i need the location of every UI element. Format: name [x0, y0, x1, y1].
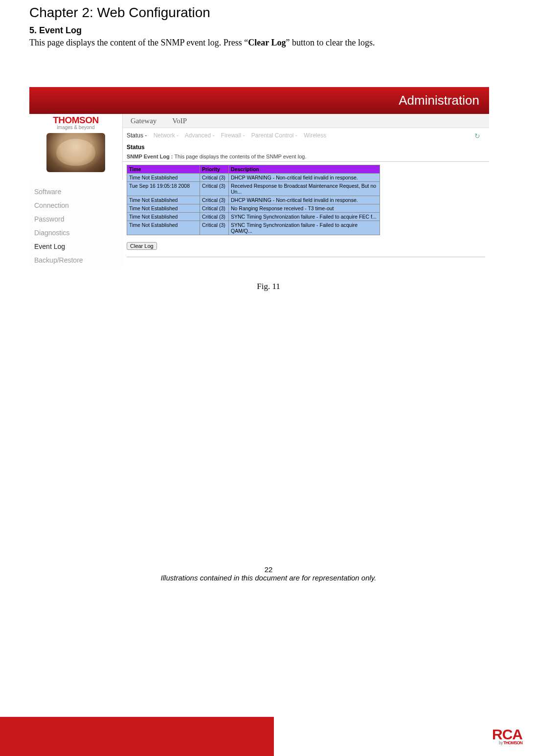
subtab-parental[interactable]: Parental Control - [251, 132, 297, 139]
header-title: Administration [122, 87, 489, 114]
table-row: Time Not EstablishedCritical (3) No Rang… [127, 204, 380, 213]
section-title: 5. Event Log [29, 25, 508, 36]
th-time: Time [127, 165, 200, 174]
tab-voip[interactable]: VoIP [172, 117, 187, 125]
table-header-row: Time Priority Description [127, 165, 380, 174]
brand-logo: THOMSON [53, 115, 99, 126]
rca-by: by [499, 740, 503, 745]
sidebar: Software Connection Password Diagnostics… [29, 180, 122, 267]
figure-caption: Fig. 11 [29, 282, 508, 291]
sidebar-item-password[interactable]: Password [29, 212, 122, 226]
body-paragraph: This page displays the content of the SN… [29, 38, 508, 48]
rca-maker: THOMSON [503, 740, 522, 745]
th-priority: Priority [200, 165, 229, 174]
brand-face-image [46, 133, 105, 172]
table-row: Time Not EstablishedCritical (3) DHCP WA… [127, 196, 380, 204]
status-description: SNMP Event Log : This page displays the … [123, 152, 489, 162]
chapter-title: Chapter 2: Web Configuration [29, 5, 508, 21]
clear-log-button[interactable]: Clear Log [127, 242, 157, 250]
table-row: Time Not EstablishedCritical (3) DHCP WA… [127, 174, 380, 182]
tab-gateway[interactable]: Gateway [131, 117, 157, 125]
subtab-status[interactable]: Status - [127, 132, 147, 139]
subtab-wireless[interactable]: Wireless [304, 132, 326, 139]
sidebar-item-connection[interactable]: Connection [29, 199, 122, 212]
body-text-bold: Clear Log [248, 38, 286, 47]
refresh-icon[interactable]: ↻ [474, 132, 480, 140]
rca-logo: RCA by THOMSON [492, 728, 522, 745]
event-log-table: Time Priority Description Time Not Estab… [127, 165, 380, 235]
body-text-prefix: This page displays the content of the SN… [29, 38, 248, 47]
status-desc-text: This page displays the contents of the S… [174, 154, 306, 159]
brand-tagline: images & beyond [57, 125, 94, 130]
th-description: Description [229, 165, 380, 174]
table-row: Tue Sep 16 19:05:18 2008Critical (3) Rec… [127, 182, 380, 196]
sub-tabs: ↻ Status - Network - Advanced - Firewall… [123, 128, 489, 143]
subtab-network[interactable]: Network - [154, 132, 179, 139]
body-text-suffix: ” button to clear the logs. [286, 38, 375, 47]
status-desc-label: SNMP Event Log : [127, 154, 173, 159]
sidebar-item-diagnostics[interactable]: Diagnostics [29, 226, 122, 240]
subtab-advanced[interactable]: Advanced - [185, 132, 215, 139]
footer-logo-area: RCA by THOMSON [274, 717, 537, 756]
page-number: 22 [29, 565, 508, 574]
status-heading: Status [123, 143, 489, 152]
sidebar-item-backuprestore[interactable]: Backup/Restore [29, 253, 122, 267]
footer-bar: RCA by THOMSON [0, 717, 537, 756]
sidebar-item-eventlog[interactable]: Event Log [29, 240, 122, 253]
subtab-firewall[interactable]: Firewall - [221, 132, 245, 139]
table-row: Time Not EstablishedCritical (3) SYNC Ti… [127, 213, 380, 221]
footer-disclaimer: Illustrations contained in this document… [29, 574, 508, 582]
logo-zone: THOMSON images & beyond [29, 114, 123, 180]
table-row: Time Not EstablishedCritical (3) SYNC Ti… [127, 221, 380, 235]
admin-screenshot: Administration THOMSON images & beyond S… [29, 87, 489, 267]
top-tabs: Gateway VoIP [123, 114, 489, 128]
divider [127, 257, 485, 257]
sidebar-item-software[interactable]: Software [29, 185, 122, 199]
footer-red-block [0, 717, 274, 756]
header-left-slice [29, 87, 122, 114]
